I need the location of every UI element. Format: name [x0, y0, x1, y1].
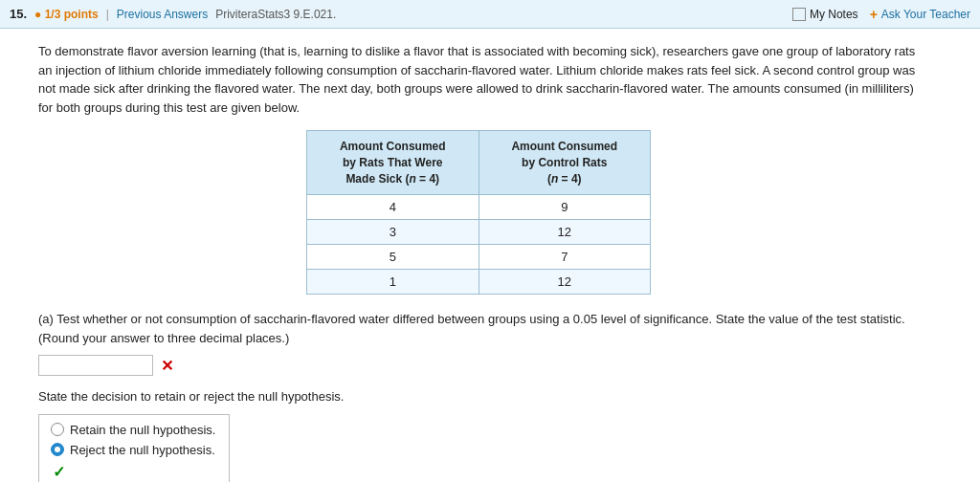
radio-circle-reject	[51, 443, 64, 456]
table-row: 49	[307, 195, 651, 220]
data-table-wrapper: Amount Consumed by Rats That Were Made S…	[38, 130, 919, 295]
part-a-input[interactable]	[38, 355, 153, 376]
previous-answers-link[interactable]: Previous Answers	[117, 8, 208, 21]
points-icon: ●	[34, 8, 41, 21]
radio-circle-retain	[51, 423, 64, 436]
main-content: To demonstrate flavor aversion learning …	[0, 29, 938, 482]
checkbox-icon	[792, 8, 806, 21]
radio-group-box: Retain the null hypothesis. Reject the n…	[38, 414, 230, 482]
question-number: 15.	[10, 7, 27, 21]
radio-item-reject[interactable]: Reject the null hypothesis.	[51, 443, 217, 457]
col2-header: Amount Consumed by Control Rats (n = 4)	[479, 131, 651, 195]
my-notes-button[interactable]: My Notes	[792, 8, 858, 21]
col1-header: Amount Consumed by Rats That Were Made S…	[307, 131, 479, 195]
part-a-answer-row: ✕	[38, 355, 919, 376]
table-cell: 7	[479, 245, 651, 270]
course-reference: PriviteraStats3 9.E.021.	[215, 8, 336, 21]
radio-label-reject: Reject the null hypothesis.	[70, 443, 215, 457]
decision-label: State the decision to retain or reject t…	[38, 387, 919, 406]
points-badge: ● 1/3 points	[34, 8, 99, 21]
table-row: 112	[307, 270, 651, 295]
top-bar-right: My Notes + Ask Your Teacher	[792, 7, 970, 22]
radio-item-retain[interactable]: Retain the null hypothesis.	[51, 423, 217, 437]
decision-check-row: ✓	[53, 463, 217, 481]
top-bar: 15. ● 1/3 points | Previous Answers Priv…	[0, 0, 980, 29]
plus-icon: +	[870, 7, 878, 22]
table-row: 57	[307, 245, 651, 270]
table-cell: 1	[307, 270, 479, 295]
table-cell: 9	[479, 195, 651, 220]
table-cell: 4	[307, 195, 479, 220]
table-cell: 12	[479, 270, 651, 295]
table-cell: 5	[307, 245, 479, 270]
part-a-incorrect-icon: ✕	[161, 357, 173, 375]
question-text: To demonstrate flavor aversion learning …	[38, 42, 919, 117]
radio-label-retain: Retain the null hypothesis.	[70, 423, 215, 437]
part-a-label: (a) Test whether or not consumption of s…	[38, 310, 919, 347]
separator: |	[106, 8, 109, 21]
data-table: Amount Consumed by Rats That Were Made S…	[306, 130, 651, 295]
table-row: 312	[307, 220, 651, 245]
ask-teacher-button[interactable]: + Ask Your Teacher	[870, 7, 970, 22]
table-cell: 3	[307, 220, 479, 245]
decision-correct-icon: ✓	[53, 464, 65, 480]
table-cell: 12	[479, 220, 651, 245]
